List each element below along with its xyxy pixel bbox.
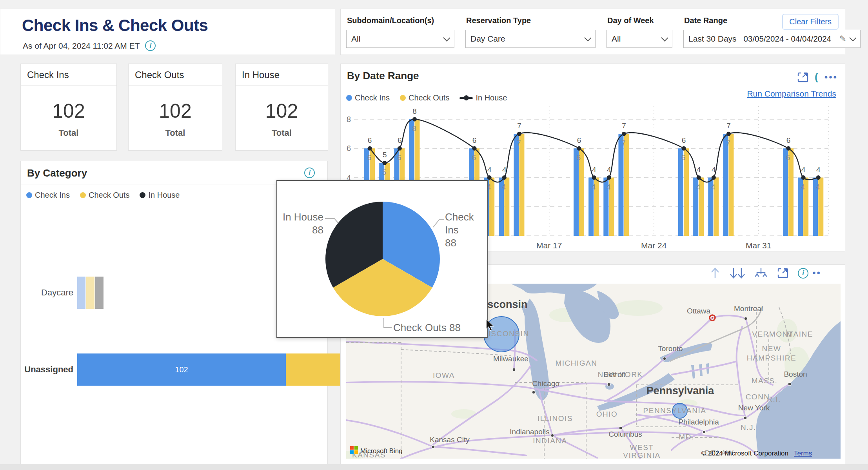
in-house-point[interactable] [502,175,507,180]
map-state-label: HAMPSHIRE [747,354,796,362]
map-city-label: Chicago [532,379,559,388]
in-house-point[interactable] [472,146,477,151]
dot-marker-icon [140,192,145,198]
in-house-point[interactable] [801,175,806,180]
map-city-dot [532,391,535,394]
check-outs-bar[interactable] [624,134,629,236]
in-house-point[interactable] [697,175,701,180]
map-city-dot [744,416,747,419]
bar-segment[interactable]: 102 [77,353,286,386]
check-ins-bar[interactable] [723,134,728,236]
bar-segment[interactable] [77,277,85,309]
category-label: Daycare [21,288,77,298]
dropdown-value-secondary: 03/05/2024 - 04/04/2024 [744,34,831,44]
kpi-caption: Total [21,128,116,138]
chevron-down-icon[interactable] [443,34,450,41]
kpi-caption: Total [129,128,222,138]
in-house-point[interactable] [726,132,731,136]
chevron-down-icon[interactable] [584,34,591,41]
info-icon-partial[interactable]: ( [815,71,818,83]
bar-segment[interactable] [86,277,94,309]
map-state-label: IOWA [433,371,455,379]
kpi-value: 102 [129,100,222,122]
bar-segment[interactable] [95,277,104,309]
map-state-label: R.I. [767,395,781,403]
kpi-title: Check Ins [21,64,116,85]
bar-data-label: 6 [577,154,581,162]
x-axis-tick: Mar 31 [746,241,771,250]
bar-data-label: 6 [367,154,371,162]
bar-data-label: 4 [592,183,596,191]
in-house-point[interactable] [383,161,387,165]
legend-item[interactable]: Check Outs [80,191,129,200]
info-icon[interactable]: i [145,40,156,51]
filter-label: Subdomain/Location(s) [347,16,454,25]
kpi-card-in-house: In House102Total [235,64,328,151]
check-ins-bar[interactable] [514,134,519,236]
in-house-point[interactable] [577,146,581,151]
check-ins-bar[interactable] [618,134,623,236]
check-outs-bar[interactable] [728,134,734,236]
dot-marker-icon [80,192,86,198]
more-options-icon[interactable]: •• [812,268,821,279]
map-city-label: Indianapolis [510,428,549,436]
map-toolbar: i •• [710,267,821,279]
map-copyright: © 2024 Microsoft Corporation [701,450,788,457]
in-house-point[interactable] [682,146,686,151]
bar-data-label: 4 [711,183,715,191]
line-data-label: 4 [487,166,492,174]
focus-mode-icon[interactable] [777,267,788,279]
map-city-dot [703,430,706,434]
bar-data-label: 4 [801,183,805,191]
map-terms-link[interactable]: Terms [794,450,812,457]
bar-data-label: 4 [607,183,610,191]
in-house-point[interactable] [368,146,372,151]
map-region-label: Pennsylvania [646,385,715,397]
in-house-point[interactable] [622,132,626,136]
map-city-label: Toronto [658,344,683,353]
drill-down-double-icon[interactable] [730,267,745,279]
clear-filters-button[interactable]: Clear Filters [782,14,839,30]
filter-reservation-dropdown[interactable]: Day Care [465,30,596,48]
filter-label: Day of Week [607,16,672,25]
bar-data-label: 4 [502,183,506,191]
line-data-label: 7 [517,122,521,130]
in-house-point[interactable] [398,146,402,151]
in-house-point[interactable] [786,146,790,151]
in-house-point[interactable] [712,175,716,180]
pie-label-check-ins: Check Ins88 [445,211,487,250]
focus-mode-icon[interactable] [797,71,808,83]
pie-tooltip-popup: In House88 Check Ins88 Check Outs 88 [276,180,488,338]
drill-up-icon[interactable] [710,267,720,279]
map-city-dot [512,368,516,371]
legend-label: Check Outs [89,191,129,200]
map-state-label: MICHIGAN [556,359,597,367]
legend-item[interactable]: In House [140,191,180,200]
dot-marker-icon [26,192,32,198]
chevron-down-icon[interactable] [661,34,668,41]
pie-chart[interactable] [325,202,440,316]
filter-dayofweek-dropdown[interactable]: All [607,30,672,48]
more-options-icon[interactable]: ••• [824,72,838,83]
filter-reservation: Reservation TypeDay Care [465,14,596,48]
expand-next-level-icon[interactable] [755,267,767,279]
info-icon[interactable]: i [798,268,808,279]
in-house-point[interactable] [487,175,492,180]
chevron-down-icon[interactable] [849,34,856,41]
legend-item[interactable]: Check Ins [26,191,70,200]
line-data-label: 4 [712,166,716,174]
filter-daterange-dropdown[interactable]: Last 30 Days03/05/2024 - 04/04/2024✎ [683,30,861,48]
map-city-label: New York [738,404,770,412]
info-icon[interactable]: i [304,168,315,178]
in-house-point[interactable] [816,175,821,180]
in-house-point[interactable] [592,175,596,180]
filter-subdomain-dropdown[interactable]: All [346,30,454,48]
pencil-icon[interactable]: ✎ [839,34,846,44]
y-axis-tick: 8 [347,115,351,124]
in-house-point[interactable] [412,117,417,122]
check-outs-bar[interactable] [519,134,524,236]
map-city-dot [744,317,747,320]
svg-text:Microsoft Bing: Microsoft Bing [360,447,403,455]
in-house-point[interactable] [607,175,611,180]
in-house-point[interactable] [517,132,521,136]
